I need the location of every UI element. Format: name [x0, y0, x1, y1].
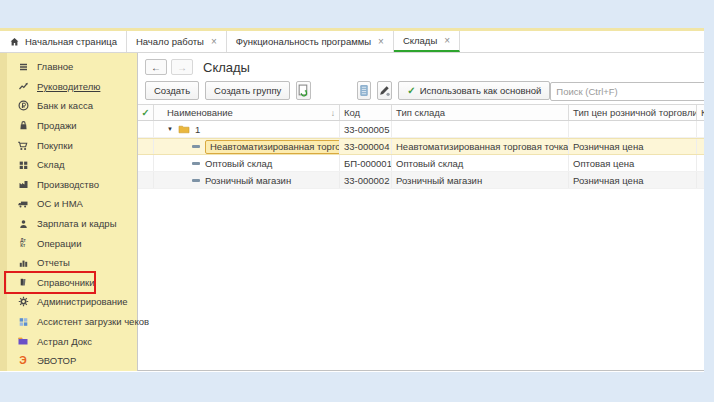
warehouse-item-icon	[192, 179, 200, 182]
content-area: ← → Склады Создать Создать группу	[137, 53, 704, 371]
price-type-cell	[569, 121, 697, 137]
sidebar-item-zarplata-i-kadry[interactable]: Зарплата и кадры	[0, 214, 137, 234]
table-row[interactable]: Розничный магазин 33-000002 Розничный ма…	[138, 172, 704, 189]
sidebar-item-glavnoe[interactable]: Главное	[0, 57, 137, 77]
search-input[interactable]	[550, 82, 704, 101]
tab-label: Начало работы	[136, 36, 204, 47]
code-cell: 33-000002	[340, 172, 392, 188]
tab-label: Функциональность программы	[236, 36, 371, 47]
shopping-bag-icon	[17, 120, 29, 131]
table-row-selected[interactable]: Неавтоматизированная торговая точка 33-0…	[138, 138, 704, 155]
sidebar-item-otchety[interactable]: Отчеты	[0, 253, 137, 273]
tab-label: Склады	[403, 35, 437, 46]
price-type-cell: Розничная цена	[569, 172, 697, 188]
column-header-name[interactable]: Наименование ↓	[154, 105, 340, 120]
blue-grid-icon	[17, 316, 29, 327]
copy-button[interactable]	[296, 81, 311, 100]
sidebar-item-administrirovanie[interactable]: Администрирование	[0, 292, 137, 312]
sidebar-item-proizvodstvo[interactable]: Производство	[0, 175, 137, 195]
check-icon: ✓	[407, 85, 415, 96]
person-icon	[17, 218, 29, 229]
column-header-cut[interactable]: К	[697, 105, 704, 120]
close-icon[interactable]: ×	[444, 35, 450, 46]
sidebar-item-bank-i-kassa[interactable]: Банк и касса	[0, 96, 137, 116]
code-cell: 33-000005	[340, 121, 392, 137]
row-flag-cell	[138, 172, 154, 188]
tab-home[interactable]: Начальная страница	[0, 31, 127, 52]
close-icon[interactable]: ×	[211, 36, 217, 47]
list-view-button[interactable]	[357, 81, 371, 100]
price-type-cell: Оптовая цена	[569, 155, 697, 171]
tab-sklady[interactable]: Склады ×	[394, 31, 460, 52]
sidebar-item-spravochniki[interactable]: Справочники	[0, 273, 137, 293]
app-window: Начальная страница Начало работы × Функц…	[0, 28, 704, 372]
sidebar: Главное Руководителю Банк и касса Продаж…	[0, 53, 137, 371]
sidebar-item-operacii[interactable]: ДтКт Операции	[0, 233, 137, 253]
folder-icon	[17, 336, 29, 347]
forward-button[interactable]: →	[171, 59, 193, 75]
evotor-icon: Э	[17, 355, 29, 366]
column-header-code[interactable]: Код	[340, 105, 392, 120]
edit-button[interactable]	[377, 81, 392, 100]
tab-bar: Начальная страница Начало работы × Функц…	[0, 31, 704, 53]
toolbar: Создать Создать группу ✓ Использовать ка…	[138, 79, 704, 104]
page-title: Склады	[203, 60, 250, 75]
home-icon	[9, 37, 20, 47]
header-check-icon[interactable]: ✓	[138, 105, 154, 120]
create-group-button[interactable]: Создать группу	[205, 81, 290, 100]
expand-icon[interactable]: ▼	[167, 126, 173, 132]
sidebar-item-sklad[interactable]: Склад	[0, 155, 137, 175]
truck-icon	[17, 198, 29, 209]
sidebar-item-prodazhi[interactable]: Продажи	[0, 116, 137, 136]
warehouse-type-cell: Оптовый склад	[392, 155, 569, 171]
row-flag-cell	[138, 121, 154, 137]
use-as-main-button[interactable]: ✓ Использовать как основной	[398, 81, 550, 100]
sidebar-item-pokupki[interactable]: Покупки	[0, 135, 137, 155]
pencil-icon	[378, 84, 391, 97]
gear-icon	[17, 296, 29, 307]
row-flag-cell	[138, 155, 154, 171]
sidebar-item-astral-doks[interactable]: Астрал Докс	[0, 331, 137, 351]
code-cell: 33-000004	[340, 139, 392, 154]
sidebar-item-os-i-nma[interactable]: ОС и НМА	[0, 194, 137, 214]
warehouse-item-icon	[192, 162, 200, 165]
warehouse-type-cell: Неавтоматизированная торговая точка	[392, 139, 569, 154]
warehouse-table: ✓ Наименование ↓ Код Тип склада Тип цен …	[138, 104, 704, 189]
sidebar-item-assistent-zagruzki-chekov[interactable]: Ассистент загрузки чеков	[0, 312, 137, 332]
chart-line-icon	[17, 81, 29, 92]
copy-doc-icon	[297, 84, 310, 97]
table-header: ✓ Наименование ↓ Код Тип склада Тип цен …	[138, 104, 704, 121]
tab-label: Начальная страница	[25, 36, 117, 47]
warehouse-item-icon	[192, 145, 200, 148]
row-flag-cell	[138, 139, 154, 154]
column-header-price-type[interactable]: Тип цен розничной торговли	[569, 105, 697, 120]
notebook-icon	[358, 84, 370, 97]
shopping-cart-icon	[17, 140, 29, 151]
back-button[interactable]: ←	[145, 59, 167, 75]
selected-cell: Неавтоматизированная торговая точка	[205, 140, 340, 154]
factory-icon	[17, 179, 29, 190]
ruble-coin-icon	[17, 100, 29, 111]
folder-icon	[178, 124, 190, 134]
code-cell: БП-000001	[340, 155, 392, 171]
dtkt-icon: ДтКт	[17, 238, 29, 249]
bar-chart-icon	[17, 257, 29, 268]
menu-icon	[17, 61, 29, 72]
books-icon	[17, 277, 29, 288]
column-header-warehouse-type[interactable]: Тип склада	[392, 105, 569, 120]
warehouse-type-cell: Розничный магазин	[392, 172, 569, 188]
sidebar-item-rukovoditelyu[interactable]: Руководителю	[0, 77, 137, 97]
close-icon[interactable]: ×	[378, 36, 384, 47]
table-row[interactable]: Оптовый склад БП-000001 Оптовый склад Оп…	[138, 155, 704, 172]
sort-descending-icon: ↓	[331, 108, 335, 118]
create-button[interactable]: Создать	[145, 81, 199, 100]
grid-icon	[17, 159, 29, 170]
tab-funkcionalnost[interactable]: Функциональность программы ×	[227, 31, 394, 52]
sidebar-item-evotor[interactable]: Э ЭВОТОР	[0, 351, 137, 371]
tab-nachalo-raboty[interactable]: Начало работы ×	[127, 31, 227, 52]
table-row-group[interactable]: ▼ 1 33-000005	[138, 121, 704, 138]
price-type-cell: Розничная цена	[569, 139, 697, 154]
tab-bar-spacer	[460, 31, 704, 52]
warehouse-type-cell	[392, 121, 569, 137]
